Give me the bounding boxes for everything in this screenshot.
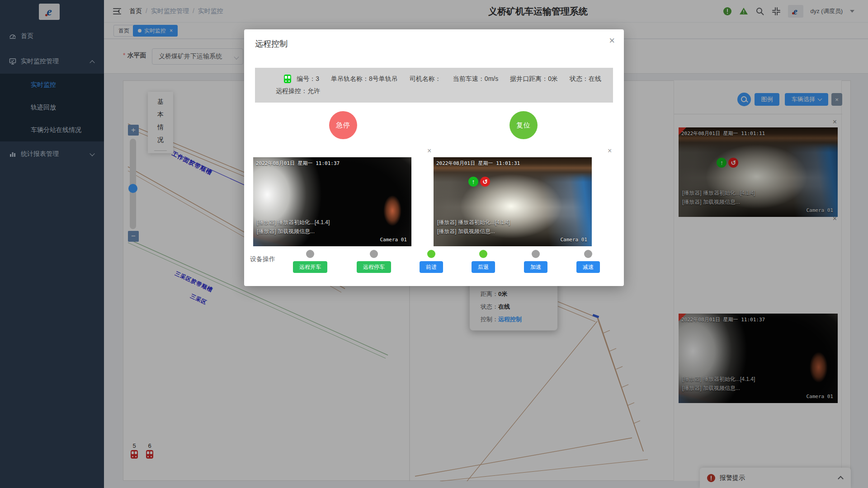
info-label: 当前车速： bbox=[453, 75, 485, 82]
info-label: 单吊轨名称： bbox=[331, 75, 369, 82]
device-ops-label: 设备操作 bbox=[250, 255, 275, 263]
reset-button[interactable]: 复位 bbox=[509, 111, 538, 139]
video-timestamp: 2022年08月01日 星期一 11:01:37 bbox=[256, 160, 340, 167]
info-field: 状态：在线 bbox=[570, 75, 601, 83]
player-status-line: [播放器] 播放器初始化...[4.1.4] bbox=[437, 219, 510, 226]
vehicle-info-bar: 编号：3 单吊轨名称：8号单轨吊 司机名称： 当前车速：0m/s 据井口距离：0… bbox=[255, 68, 613, 103]
uturn-indicator-icon: ↺ bbox=[480, 177, 490, 187]
info-label: 远程操控： bbox=[276, 87, 307, 94]
camera-label: Camera 01 bbox=[560, 237, 587, 243]
video-timestamp: 2022年08月01日 星期一 11:01:31 bbox=[436, 160, 520, 167]
status-dot bbox=[532, 250, 540, 258]
info-value: 0米 bbox=[548, 75, 558, 82]
button-label: 远程开车 bbox=[299, 264, 321, 270]
button-label: 加速 bbox=[530, 264, 541, 270]
button-label: 后退 bbox=[478, 264, 489, 270]
info-label: 状态： bbox=[570, 75, 589, 82]
info-value: 3 bbox=[316, 75, 319, 82]
button-label: 减速 bbox=[583, 264, 594, 270]
device-op-decelerate: 减速 bbox=[566, 250, 611, 273]
vehicle-info-line1: 编号：3 单吊轨名称：8号单轨吊 司机名称： 当前车速：0m/s 据井口距离：0… bbox=[270, 75, 613, 83]
player-status-line: [播放器] 加载视频信息... bbox=[257, 228, 315, 235]
remote-stop-button[interactable]: 远程停车 bbox=[357, 261, 391, 273]
backward-button[interactable]: 后退 bbox=[472, 261, 495, 273]
info-field: 当前车速：0m/s bbox=[453, 75, 498, 83]
forward-button[interactable]: 前进 bbox=[420, 261, 443, 273]
device-op-remote-start: 远程开车 bbox=[288, 250, 333, 273]
device-op-accelerate: 加速 bbox=[513, 250, 558, 273]
video-close-icon[interactable]: × bbox=[427, 147, 431, 155]
accelerate-button[interactable]: 加速 bbox=[524, 261, 547, 273]
up-arrow-indicator-icon: ↑ bbox=[468, 177, 478, 187]
button-label: 前进 bbox=[426, 264, 437, 270]
vehicle-info-line2: 远程操控：允许 bbox=[270, 87, 613, 95]
status-dot bbox=[584, 250, 592, 258]
emergency-stop-label: 急停 bbox=[336, 121, 350, 130]
player-status-line: [播放器] 播放器初始化...[4.1.4] bbox=[257, 219, 330, 226]
online-train-icon bbox=[284, 75, 291, 83]
info-value: 8号单轨吊 bbox=[369, 75, 398, 82]
player-status-line: [播放器] 加载视频信息... bbox=[437, 228, 495, 235]
info-field: 司机名称： bbox=[410, 75, 441, 83]
status-dot bbox=[370, 250, 378, 258]
info-value: 允许 bbox=[307, 87, 320, 94]
live-video-left[interactable]: 2022年08月01日 星期一 11:01:37 [播放器] 播放器初始化...… bbox=[253, 157, 411, 246]
app-root: e 首页 实时监控管理 实时监控 轨迹回放 车辆分站在线情况 统计报表管理 首页 bbox=[0, 0, 868, 488]
video-close-icon[interactable]: × bbox=[608, 147, 612, 155]
device-op-forward: 前进 bbox=[409, 250, 454, 273]
status-dot bbox=[306, 250, 314, 258]
modal-close-icon[interactable]: × bbox=[609, 36, 615, 46]
emergency-stop-button[interactable]: 急停 bbox=[329, 111, 357, 139]
info-field: 单吊轨名称：8号单轨吊 bbox=[331, 75, 398, 83]
decelerate-button[interactable]: 减速 bbox=[576, 261, 600, 273]
live-video-right[interactable]: 2022年08月01日 星期一 11:01:31 ↑ ↺ [播放器] 播放器初始… bbox=[434, 157, 592, 246]
direction-indicators: ↑ ↺ bbox=[468, 177, 490, 187]
info-field: 编号：3 bbox=[297, 75, 319, 83]
modal-title: 远程控制 bbox=[255, 38, 288, 49]
remote-start-button[interactable]: 远程开车 bbox=[293, 261, 327, 273]
reset-label: 复位 bbox=[516, 121, 531, 130]
button-label: 远程停车 bbox=[363, 264, 385, 270]
info-field: 据井口距离：0米 bbox=[510, 75, 558, 83]
status-dot bbox=[427, 250, 435, 258]
info-label: 编号： bbox=[297, 75, 316, 82]
device-op-backward: 后退 bbox=[461, 250, 506, 273]
info-label: 司机名称： bbox=[410, 75, 441, 82]
info-value: 0m/s bbox=[485, 75, 498, 82]
device-op-remote-stop: 远程停车 bbox=[351, 250, 396, 273]
status-dot bbox=[479, 250, 487, 258]
info-value: 在线 bbox=[589, 75, 601, 82]
remote-control-modal: 远程控制 × 编号：3 单吊轨名称：8号单轨吊 司机名称： 当前车速：0m/s … bbox=[244, 29, 624, 286]
info-label: 据井口距离： bbox=[510, 75, 548, 82]
camera-label: Camera 01 bbox=[380, 237, 407, 243]
